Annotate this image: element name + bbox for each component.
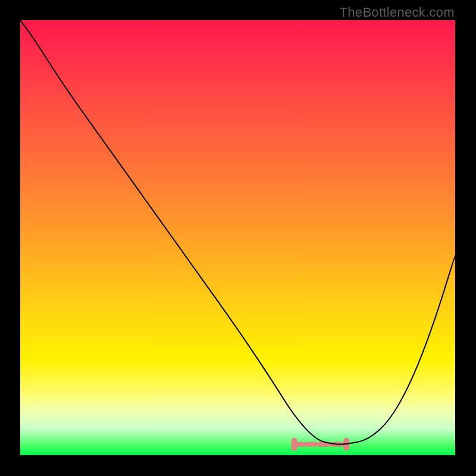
background-gradient: [20, 20, 455, 455]
attribution-label: TheBottleneck.com: [340, 5, 455, 20]
plot-area: [20, 20, 455, 455]
chart-container: TheBottleneck.com: [0, 0, 476, 476]
